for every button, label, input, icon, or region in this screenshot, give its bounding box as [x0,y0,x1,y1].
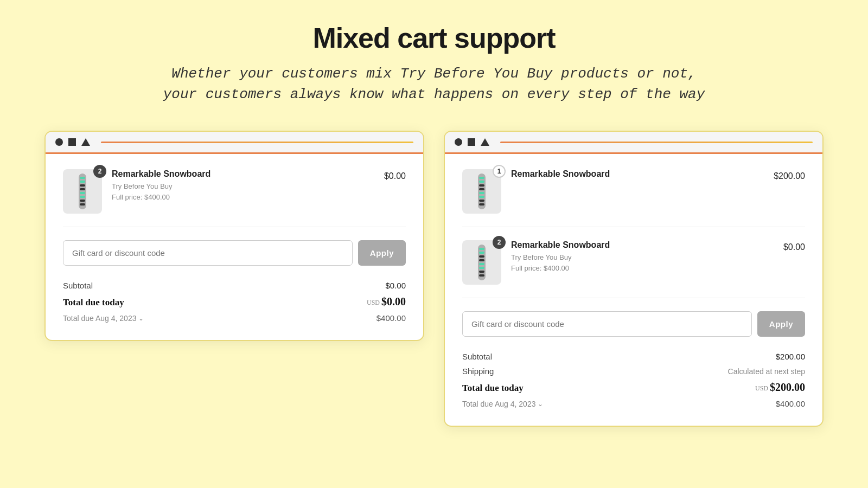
product-sub1-right-2: Try Before You Buy [511,252,774,263]
product-image-wrap-right-1: 1 [462,169,501,214]
discount-input-right[interactable] [462,311,752,337]
svg-rect-26 [479,274,484,277]
svg-rect-11 [479,181,484,183]
qty-badge-right-1: 1 [493,165,506,178]
snowboard-icon-right-2 [468,243,495,281]
svg-rect-5 [80,192,85,194]
svg-rect-20 [479,252,484,254]
aug-label-right: Total due Aug 4, 2023 ⌄ [462,400,543,408]
product-price-right-1: $200.00 [774,171,805,181]
discount-input-left[interactable] [63,240,353,266]
product-name-left: Remarkable Snowboard [112,169,374,179]
total-due-row-right: Total due today USD$200.00 [462,381,805,394]
product-info-right-1: Remarkable Snowboard [511,169,764,181]
cart-card-left: 2 Remarkable Snowboard Try Before You Bu… [44,131,424,341]
subtotal-value-right: $200.00 [776,352,805,361]
discount-row-left: Apply [63,240,406,266]
titlebar-right [445,132,822,154]
total-due-label-left: Total due today [63,297,124,308]
aug-row-right: Total due Aug 4, 2023 ⌄ $400.00 [462,399,805,408]
product-info-left: Remarkable Snowboard Try Before You Buy … [112,169,374,202]
qty-badge-right-2: 2 [493,236,506,249]
titlebar-square-right [468,138,475,146]
titlebar-line-right [500,142,813,143]
chevron-down-icon-right: ⌄ [538,400,543,408]
titlebar-line [101,142,413,143]
aug-value-right: $400.00 [776,399,805,408]
subtotal-label-left: Subtotal [63,281,93,290]
chevron-down-icon-left: ⌄ [138,314,144,322]
svg-rect-10 [479,177,484,179]
svg-rect-21 [479,255,484,258]
card-body-right: 1 Remarkable Snowboard $200.00 [445,154,822,426]
shipping-label-right: Shipping [462,367,494,376]
product-price-right-2: $0.00 [783,242,805,252]
product-row-right-1: 1 Remarkable Snowboard $200.00 [462,169,805,227]
titlebar-dot-right [455,138,462,146]
product-name-right-1: Remarkable Snowboard [511,169,764,179]
svg-rect-6 [80,196,85,198]
aug-value-left: $400.00 [376,313,406,323]
product-sub1-left: Try Before You Buy [112,181,374,192]
titlebar-triangle-right [481,138,489,146]
aug-row-left: Total due Aug 4, 2023 ⌄ $400.00 [63,313,406,323]
svg-rect-4 [80,188,85,190]
product-image-wrap-right-2: 2 [462,240,501,285]
svg-rect-3 [80,184,85,187]
product-sub2-right-2: Full price: $400.00 [511,263,774,274]
product-row-left: 2 Remarkable Snowboard Try Before You Bu… [63,169,406,227]
subtotal-row-right: Subtotal $200.00 [462,352,805,361]
product-image-wrap: 2 [63,169,102,214]
usd-label-left: USD [367,299,380,306]
titlebar-dot [55,138,63,146]
svg-rect-15 [479,196,484,198]
page-title: Mixed cart support [312,22,555,54]
cart-card-right: 1 Remarkable Snowboard $200.00 [444,131,824,427]
subtotal-value-left: $0.00 [385,281,406,290]
total-due-label-right: Total due today [462,383,524,394]
usd-label-right: USD [755,384,768,392]
titlebar-left [46,132,423,154]
total-due-value-right: USD$200.00 [755,381,805,394]
svg-rect-17 [479,203,484,206]
svg-rect-8 [80,203,85,206]
titlebar-square [68,138,76,146]
svg-rect-16 [479,200,484,202]
apply-button-left[interactable]: Apply [358,240,406,266]
svg-rect-2 [80,181,85,183]
product-name-right-2: Remarkable Snowboard [511,240,774,250]
svg-rect-25 [479,271,484,273]
subtotal-label-right: Subtotal [462,352,492,361]
svg-rect-22 [479,259,484,261]
snowboard-icon [69,172,96,210]
svg-rect-12 [479,184,484,187]
svg-rect-7 [80,200,85,202]
titlebar-triangle [81,138,90,146]
discount-row-right: Apply [462,311,805,337]
qty-badge-left: 2 [93,165,106,178]
svg-rect-19 [479,248,484,250]
total-due-row-left: Total due today USD$0.00 [63,296,406,308]
svg-rect-14 [479,192,484,194]
card-body-left: 2 Remarkable Snowboard Try Before You Bu… [46,154,423,340]
svg-rect-13 [479,188,484,190]
svg-rect-23 [479,263,484,265]
product-row-right-2: 2 Remarkable Snowboard Try Before You Bu… [462,240,805,298]
page-subtitle: Whether your customers mix Try Before Yo… [163,64,705,105]
product-info-right-2: Remarkable Snowboard Try Before You Buy … [511,240,774,273]
total-due-value-left: USD$0.00 [367,296,406,308]
apply-button-right[interactable]: Apply [757,311,805,337]
cards-row: 2 Remarkable Snowboard Try Before You Bu… [33,131,835,427]
shipping-value-right: Calculated at next step [728,367,805,376]
snowboard-icon-right-1 [468,172,495,210]
product-sub2-left: Full price: $400.00 [112,192,374,203]
svg-rect-24 [479,267,484,269]
svg-rect-1 [80,177,85,179]
aug-label-left: Total due Aug 4, 2023 ⌄ [63,314,144,323]
subtotal-row-left: Subtotal $0.00 [63,281,406,290]
shipping-row-right: Shipping Calculated at next step [462,367,805,376]
product-price-left: $0.00 [384,171,406,181]
